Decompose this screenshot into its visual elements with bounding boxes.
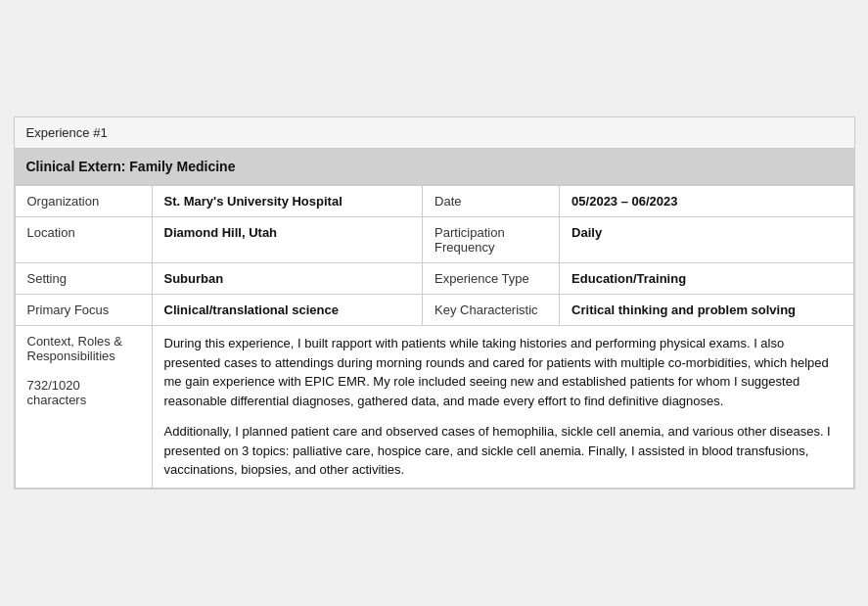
setting-value: Suburban <box>152 263 423 295</box>
participation-label: Participation Frequency <box>423 217 560 263</box>
experience-title: Clinical Extern: Family Medicine <box>15 149 854 185</box>
participation-value: Daily <box>560 217 853 263</box>
context-paragraph-2: Additionally, I planned patient care and… <box>164 422 842 480</box>
date-value: 05/2023 – 06/2023 <box>560 186 853 217</box>
organization-row: Organization St. Mary's University Hospi… <box>15 186 853 217</box>
date-label: Date <box>423 186 560 217</box>
setting-label: Setting <box>15 263 152 295</box>
organization-label: Organization <box>15 186 152 217</box>
primary-focus-label: Primary Focus <box>15 295 152 326</box>
setting-row: Setting Suburban Experience Type Educati… <box>15 263 853 295</box>
context-label-line1: Context, Roles & <box>27 334 140 349</box>
experience-card: Experience #1 Clinical Extern: Family Me… <box>14 117 855 489</box>
experience-type-label: Experience Type <box>423 263 560 295</box>
details-table: Organization St. Mary's University Hospi… <box>15 185 854 489</box>
context-char-count: 732/1020 characters <box>27 378 140 407</box>
key-characteristic-label: Key Characteristic <box>423 295 560 326</box>
key-characteristic-value: Critical thinking and problem solving <box>560 295 853 326</box>
organization-value: St. Mary's University Hospital <box>152 186 423 217</box>
experience-type-value: Education/Training <box>560 263 853 295</box>
experience-number: Experience #1 <box>26 125 108 140</box>
context-label-cell: Context, Roles & Responsibilities 732/10… <box>15 326 152 489</box>
primary-focus-value: Clinical/translational science <box>152 295 423 326</box>
context-row: Context, Roles & Responsibilities 732/10… <box>15 326 853 489</box>
experience-header: Experience #1 <box>15 117 854 149</box>
primary-focus-row: Primary Focus Clinical/translational sci… <box>15 295 853 326</box>
location-value: Diamond Hill, Utah <box>152 217 423 263</box>
location-row: Location Diamond Hill, Utah Participatio… <box>15 217 853 263</box>
context-paragraph-1: During this experience, I built rapport … <box>164 334 842 410</box>
context-value-cell: During this experience, I built rapport … <box>152 326 853 489</box>
experience-title-text: Clinical Extern: Family Medicine <box>26 159 236 174</box>
location-label: Location <box>15 217 152 263</box>
context-label-line2: Responsibilities <box>27 349 140 363</box>
